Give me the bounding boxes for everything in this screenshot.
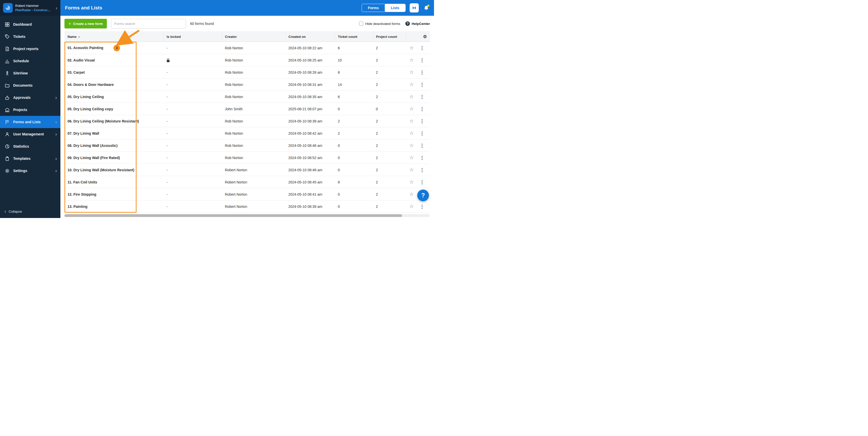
- chevron-left-icon: ‹: [5, 209, 6, 214]
- row-menu-button[interactable]: ⋮: [420, 58, 424, 62]
- table-row[interactable]: 06. Dry Lining Ceiling (Moisture Resista…: [64, 115, 430, 127]
- row-menu-button[interactable]: ⋮: [420, 94, 424, 99]
- table-row[interactable]: 07. Dry Lining Wall - Rob Norton 2024-05…: [64, 127, 430, 140]
- table-row[interactable]: 05. Dry Lining Ceiling copy - John Smith…: [64, 103, 430, 115]
- hide-deactivated-checkbox[interactable]: [359, 22, 363, 26]
- sidebar-item-dashboard[interactable]: Dashboard ›: [0, 18, 60, 30]
- favorite-star-button[interactable]: ☆: [409, 58, 414, 62]
- favorite-star-button[interactable]: ☆: [409, 192, 414, 197]
- sidebar-item-approvals[interactable]: Approvals ›: [0, 91, 60, 104]
- column-header-creator[interactable]: Creator: [222, 32, 285, 42]
- chevron-right-icon: ›: [55, 156, 57, 161]
- sidebar-item-siteview[interactable]: SiteView ›: [0, 67, 60, 79]
- sidebar-item-statistics[interactable]: Statistics ›: [0, 140, 60, 152]
- floating-help-button[interactable]: ?: [417, 190, 429, 201]
- ticket-count-cell: 6: [335, 91, 373, 103]
- sidebar-item-schedule[interactable]: Schedule ›: [0, 55, 60, 67]
- favorite-star-button[interactable]: ☆: [409, 70, 414, 75]
- sidebar-item-forms-and-lists[interactable]: Forms and Lists ›: [0, 116, 60, 128]
- row-menu-button[interactable]: ⋮: [420, 180, 424, 184]
- favorite-star-button[interactable]: ☆: [409, 143, 414, 148]
- favorite-star-button[interactable]: ☆: [409, 119, 414, 123]
- row-menu-button[interactable]: ⋮: [420, 119, 424, 123]
- favorite-star-button[interactable]: ☆: [409, 168, 414, 172]
- column-settings-button[interactable]: ⚙: [406, 32, 430, 42]
- favorite-star-button[interactable]: ☆: [409, 46, 414, 50]
- favorite-star-button[interactable]: ☆: [409, 94, 414, 99]
- toggle-lists-button[interactable]: Lists: [385, 4, 405, 12]
- form-name-cell: 12. Fire Stopping: [64, 188, 163, 201]
- row-menu-button[interactable]: ⋮: [420, 155, 424, 160]
- table-row[interactable]: 08. Dry Lining Wall (Acoustic) - Rob Nor…: [64, 140, 430, 152]
- project-count-cell: 2: [373, 79, 406, 91]
- project-reports-icon: [5, 46, 10, 51]
- helpcenter-button[interactable]: ? HelpCenter: [405, 21, 430, 26]
- row-menu-button[interactable]: ⋮: [420, 143, 424, 148]
- favorite-star-button[interactable]: ☆: [409, 107, 414, 111]
- row-menu-button[interactable]: ⋮: [420, 82, 424, 87]
- create-form-button[interactable]: + Create a new form: [64, 19, 107, 28]
- favorite-star-button[interactable]: ☆: [409, 82, 414, 87]
- horizontal-scrollbar-thumb[interactable]: [64, 214, 402, 217]
- sidebar-item-project-reports[interactable]: Project reports ›: [0, 43, 60, 55]
- sidebar-collapse-button[interactable]: ‹ Collapse: [0, 205, 60, 218]
- is-locked-cell: -: [163, 164, 222, 176]
- favorite-star-button[interactable]: ☆: [409, 131, 414, 136]
- sidebar-item-user-management[interactable]: User Management ›: [0, 128, 60, 140]
- column-header-name[interactable]: Name▲: [64, 32, 163, 42]
- row-menu-button[interactable]: ⋮: [420, 107, 424, 111]
- created-on-cell: 2024-05-10 08:39 am: [285, 115, 335, 127]
- ticket-count-cell: 0: [335, 164, 373, 176]
- form-name-cell: 09. Dry Lining Wall (Fire Rated): [64, 152, 163, 164]
- sidebar-item-tickets[interactable]: Tickets ›: [0, 30, 60, 43]
- row-menu-button[interactable]: ⋮: [420, 168, 424, 172]
- hide-deactivated-label: Hide deactivated forms: [365, 22, 400, 26]
- is-locked-cell: [163, 54, 222, 66]
- created-on-cell: 2024-05-10 08:46 am: [285, 140, 335, 152]
- table-header-row: Name▲ Is locked Creator Created on Ticke…: [64, 32, 430, 42]
- table-row[interactable]: 11. Fan Coil Units - Robert Norton 2024-…: [64, 176, 430, 188]
- table-row[interactable]: 04. Doors & Door Hardware - Rob Norton 2…: [64, 79, 430, 91]
- row-menu-button[interactable]: ⋮: [420, 131, 424, 136]
- toggle-forms-button[interactable]: Forms: [362, 4, 385, 12]
- table-row[interactable]: 03. Carpet - Rob Norton 2024-05-10 08:28…: [64, 66, 430, 79]
- lock-icon: [166, 58, 170, 62]
- forms-search-input[interactable]: [111, 19, 186, 28]
- table-row[interactable]: 09. Dry Lining Wall (Fire Rated) - Rob N…: [64, 152, 430, 164]
- account-switcher[interactable]: Robert Hammer PlanRadar - Construc... ›: [0, 0, 60, 16]
- column-header-is-locked[interactable]: Is locked: [163, 32, 222, 42]
- column-header-ticket-count[interactable]: Ticket count: [335, 32, 373, 42]
- favorite-star-button[interactable]: ☆: [409, 155, 414, 160]
- table-row[interactable]: 02. Audio Visual Rob Norton 2024-05-10 0…: [64, 54, 430, 66]
- tickets-icon: [5, 34, 10, 39]
- created-on-cell: 2024-05-10 08:52 am: [285, 152, 335, 164]
- creator-cell: John Smith: [222, 103, 285, 115]
- sidebar-item-settings[interactable]: Settings ›: [0, 165, 60, 177]
- table-row[interactable]: 01. Acoustic Painting3 - Rob Norton 2024…: [64, 42, 430, 54]
- hide-deactivated-toggle[interactable]: Hide deactivated forms: [359, 22, 400, 26]
- is-locked-cell: -: [163, 152, 222, 164]
- dashboard-icon: [5, 22, 10, 27]
- sidebar-item-documents[interactable]: Documents ›: [0, 79, 60, 91]
- table-row[interactable]: 10. Dry Lining Wall (Moisture Resistant)…: [64, 164, 430, 176]
- row-menu-button[interactable]: ⋮: [420, 46, 424, 50]
- column-header-created-on[interactable]: Created on: [285, 32, 335, 42]
- connect-apps-button[interactable]: [410, 3, 419, 12]
- is-locked-cell: -: [163, 140, 222, 152]
- row-menu-button[interactable]: ⋮: [420, 70, 424, 75]
- favorite-star-button[interactable]: ☆: [409, 180, 414, 184]
- row-menu-button[interactable]: ⋮: [420, 204, 424, 209]
- sidebar-item-templates[interactable]: Templates ›: [0, 152, 60, 165]
- table-row[interactable]: 13. Painting - Robert Norton 2024-05-10 …: [64, 201, 430, 213]
- notifications-button[interactable]: [423, 5, 429, 11]
- chevron-right-icon: ›: [55, 169, 57, 173]
- table-row[interactable]: 05. Dry Lining Ceiling - Rob Norton 2024…: [64, 91, 430, 103]
- form-name-cell: 01. Acoustic Painting3: [64, 42, 163, 54]
- column-header-project-count[interactable]: Project count: [373, 32, 406, 42]
- ticket-count-cell: 0: [335, 188, 373, 201]
- is-locked-cell: -: [163, 66, 222, 79]
- favorite-star-button[interactable]: ☆: [409, 204, 414, 209]
- creator-cell: Rob Norton: [222, 54, 285, 66]
- table-row[interactable]: 12. Fire Stopping - Robert Norton 2024-0…: [64, 188, 430, 201]
- sidebar-item-projects[interactable]: Projects ›: [0, 104, 60, 116]
